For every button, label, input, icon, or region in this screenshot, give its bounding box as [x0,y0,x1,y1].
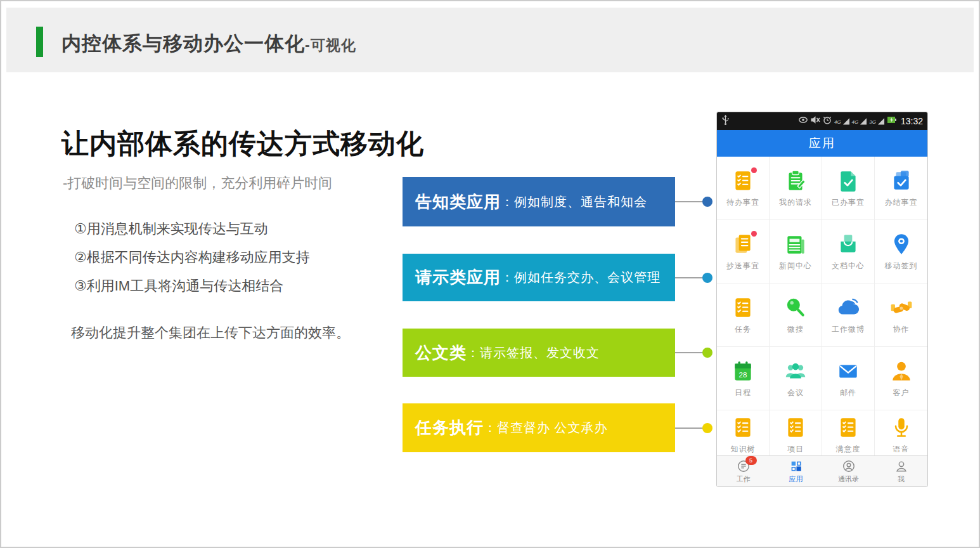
app-label: 已办事宜 [832,197,865,208]
app-label: 抄送事宜 [726,261,759,271]
header-subtitle: -可视化 [305,37,356,53]
mute-icon [810,115,820,127]
battery-icon [887,115,897,127]
app-label: 微搜 [787,324,804,335]
app-label: 办结事宜 [885,197,918,208]
alarm-icon [822,115,832,127]
app-label: 待办事宜 [726,197,759,208]
app-label: 移动签到 [885,261,918,271]
app-item-2[interactable]: 我的请求 [770,157,822,220]
app-item-18[interactable]: 项目 [770,410,822,457]
banner-label: 公文类 [415,342,467,364]
usb-icon [721,115,730,128]
pin-icon [889,232,913,256]
apps-icon [789,459,803,473]
app-item-1[interactable]: 待办事宜 [717,157,770,220]
app-label: 协作 [893,324,910,335]
page-subtitle: -打破时间与空间的限制，充分利用碎片时间 [63,174,332,193]
nav-item-2[interactable]: 应用 [770,456,822,486]
doc-list-icon [783,415,808,440]
app-label: 工作微博 [832,324,865,335]
signal-4g-icon: 4G [834,117,850,126]
banner-1: 告知类应用：例如制度、通告和知会 [403,177,675,226]
me-icon [894,459,908,473]
banner-label: 告知类应用 [415,191,501,213]
nav-label: 工作 [737,474,751,484]
app-item-15[interactable]: 邮件 [822,347,875,410]
app-item-7[interactable]: 文档中心 [822,220,875,284]
clipboard-pencil-icon [783,169,808,193]
page-check-icon [836,169,860,193]
header-title: 内控体系与移动办公一体化-可视化 [61,30,356,57]
banner-desc: ：例如任务交办、会议管理 [501,269,661,286]
contacts-icon [842,459,856,473]
doc-list-icon [731,296,755,320]
nav-label: 我 [898,474,905,484]
app-item-17[interactable]: 知识树 [717,410,770,457]
doc-list-icon [836,415,860,440]
banner-2: 请示类应用：例如任务交办、会议管理 [403,254,675,301]
app-item-14[interactable]: 会议 [770,347,822,410]
app-label: 满意度 [836,444,861,455]
app-item-19[interactable]: 满意度 [822,410,875,457]
app-item-3[interactable]: 已办事宜 [822,157,875,220]
nav-label: 应用 [789,474,803,484]
nav-item-1[interactable]: 5工作 [717,456,770,486]
work-icon: 5 [737,459,751,473]
connector-dot [702,348,712,358]
slide-header: 内控体系与移动办公一体化-可视化 [6,8,974,72]
signal-4g2-icon: 4G [852,117,868,126]
app-item-10[interactable]: 微搜 [770,284,822,347]
app-item-6[interactable]: 新闻中心 [770,220,822,284]
banner-desc: ：例如制度、通告和知会 [501,193,647,211]
app-label: 文档中心 [832,261,865,271]
nav-item-3[interactable]: 通讯录 [822,456,875,486]
pages-icon [731,232,755,256]
app-grid: 待办事宜我的请求已办事宜办结事宜抄送事宜新闻中心文档中心移动签到任务微搜工作微博… [717,157,927,457]
doc-list-icon [731,169,755,193]
handshake-icon [889,296,913,320]
app-item-13[interactable]: 28日程 [717,347,770,410]
app-label: 新闻中心 [779,261,812,271]
status-time: 13:32 [901,116,923,126]
connector-line [675,201,704,202]
nav-item-4[interactable]: 我 [875,456,927,486]
phone-status-bar: 4G 4G 3G 13:32 [717,112,927,130]
app-label: 会议 [787,388,804,398]
nav-badge: 5 [745,456,757,465]
app-item-9[interactable]: 任务 [717,284,770,347]
summary-text: 移动化提升整个集团在上传下达方面的效率。 [71,323,350,342]
banner-desc: ：请示签报、发文收文 [467,344,600,362]
app-item-4[interactable]: 办结事宜 [875,157,927,220]
app-item-11[interactable]: 工作微博 [822,284,875,347]
connector-dot [702,273,712,283]
header-accent-bar [36,27,43,57]
envelope-icon [836,359,860,383]
app-item-12[interactable]: 协作 [875,284,927,347]
nav-label: 通讯录 [838,474,859,484]
banner-desc: ：督查督办 公文承办 [484,419,608,436]
app-item-8[interactable]: 移动签到 [875,220,927,284]
connector-dot [702,423,712,433]
svg-text:28: 28 [739,370,747,378]
phone-mockup: 4G 4G 3G 13:32 应用 待办事宜我的请求已办事宜办结事宜抄送事宜新闻… [716,112,928,487]
point-3: ③利用IM工具将沟通与传达相结合 [74,277,283,296]
calendar-icon: 28 [731,359,755,383]
mic-icon [889,415,913,440]
page-title: 让内部体系的传达方式移动化 [61,126,424,162]
app-label: 客户 [893,388,910,398]
signal-3g-icon: 3G [869,117,885,126]
tray-icon [836,232,860,256]
banner-3: 公文类：请示签报、发文收文 [403,329,675,377]
app-item-20[interactable]: 语音 [875,410,927,457]
app-item-5[interactable]: 抄送事宜 [717,220,770,284]
app-item-16[interactable]: 客户 [875,347,927,410]
app-label: 知识树 [731,444,756,455]
magnifier-icon [783,296,808,320]
box-check-icon [889,169,913,193]
app-label: 项目 [787,444,804,455]
connector-line [675,352,704,353]
phone-app-header: 应用 [717,130,927,157]
people-icon [783,359,808,383]
header-title-text: 内控体系与移动办公一体化 [61,32,305,55]
